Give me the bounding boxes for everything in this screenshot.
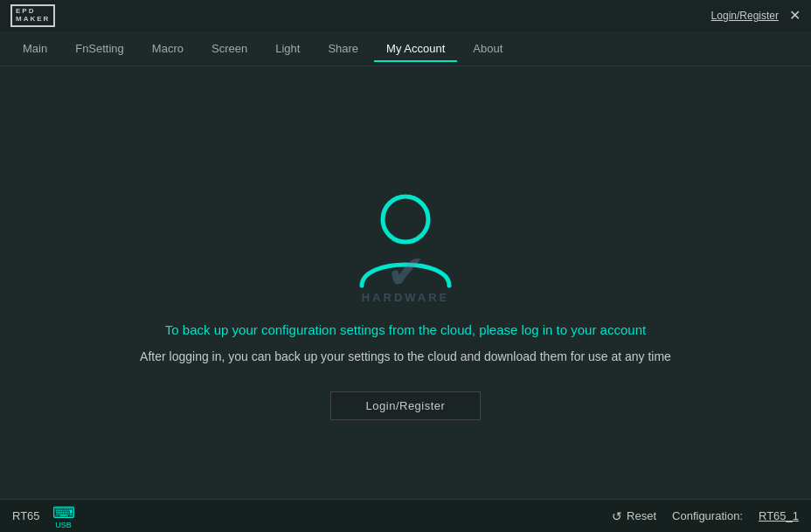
reset-button[interactable]: ↺ Reset (612, 509, 656, 523)
nav-item-about[interactable]: About (461, 35, 515, 62)
usb-label: USB (55, 521, 72, 529)
nav-item-screen[interactable]: Screen (199, 35, 260, 62)
nav-item-light[interactable]: Light (263, 35, 312, 62)
reset-icon: ↺ (612, 509, 622, 523)
nav-item-fnsetting[interactable]: FnSetting (63, 35, 136, 62)
tagline-primary: To back up your configuration settings f… (165, 322, 646, 337)
logo-line2: MAKER (16, 16, 50, 24)
titlebar: EPD MAKER Login/Register ✕ (0, 0, 811, 31)
nav-item-macro[interactable]: Macro (140, 35, 196, 62)
nav-item-myaccount[interactable]: My Account (374, 35, 457, 62)
keyboard-icon: ⌨ (52, 503, 75, 522)
logo-box: EPD MAKER (10, 4, 55, 27)
user-avatar-icon (349, 181, 462, 294)
titlebar-right: Login/Register ✕ (711, 9, 801, 23)
close-button[interactable]: ✕ (789, 9, 801, 23)
titlebar-login-link[interactable]: Login/Register (711, 10, 779, 22)
svg-point-0 (383, 197, 428, 242)
usb-indicator: ⌨ USB (52, 503, 75, 529)
main-content: To back up your configuration settings f… (0, 66, 811, 499)
statusbar: RT65 ⌨ USB ↺ Reset Configuration: RT65_1 (0, 499, 811, 532)
tagline-secondary: After logging in, you can back up your s… (140, 349, 671, 363)
statusbar-right: ↺ Reset Configuration: RT65_1 (612, 509, 799, 523)
device-name: RT65 (12, 509, 40, 522)
config-value: RT65_1 (759, 509, 799, 522)
app-logo: EPD MAKER (10, 4, 55, 27)
reset-label: Reset (627, 509, 656, 522)
nav-item-share[interactable]: Share (315, 35, 371, 62)
login-register-button[interactable]: Login/Register (330, 391, 482, 420)
nav-item-main[interactable]: Main (10, 35, 59, 62)
config-label: Configuration: (672, 509, 743, 522)
navbar: Main FnSetting Macro Screen Light Share … (0, 31, 811, 66)
